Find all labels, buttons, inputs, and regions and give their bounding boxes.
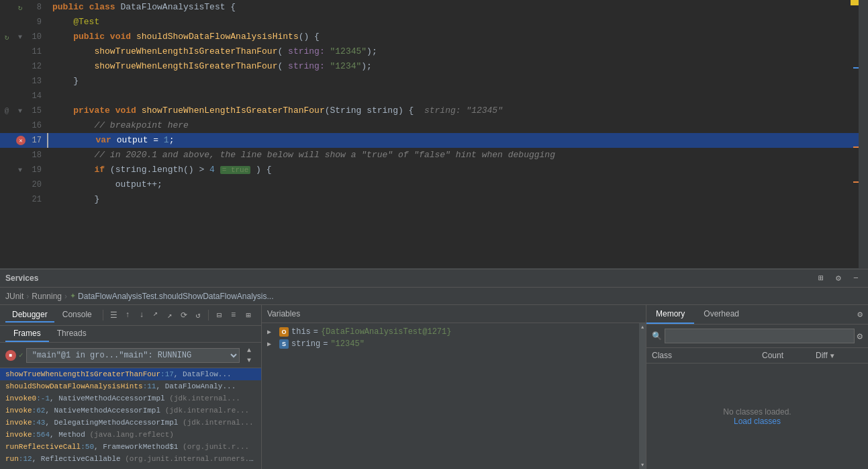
stack-frame-2[interactable]: invoke0:-1, NativeMethodAccessorImpl (jd… — [0, 392, 261, 404]
services-icons: ⊞ ⚙ − — [814, 271, 863, 285]
scroll-down-arrow[interactable]: ▼ — [639, 462, 646, 469]
variables-panel: Variables ▶ O this = {DataFlowAnalysisTe… — [262, 305, 646, 469]
stack-frame-1[interactable]: shouldShowDataFlowAnalysisHints:11, Data… — [0, 380, 261, 392]
expand-icon-10[interactable]: ▼ — [15, 32, 26, 42]
code-line-9: 9 @Test — [0, 15, 868, 30]
line-content-10: public void shouldShowDataFlowAnalysisHi… — [47, 30, 868, 44]
expand-arrow-string[interactable]: ▶ — [267, 340, 277, 348]
blue-indicator — [853, 67, 859, 69]
line-gutter-13: 13 — [0, 74, 47, 89]
breakpoint-icon-17[interactable]: ✕ — [16, 136, 26, 145]
expand-arrow-this[interactable]: ▶ — [267, 328, 277, 336]
line-content-8: public class DataFlowAnalysisTest { — [47, 0, 868, 15]
tab-overhead[interactable]: Overhead — [694, 305, 749, 324]
memory-search-input[interactable] — [665, 329, 855, 343]
breadcrumb-test[interactable]: DataFlowAnalysisTest.shouldShowDataFlowA… — [78, 292, 273, 301]
memory-table-header: Class Count Diff ▼ — [646, 348, 868, 364]
stack-frame-5[interactable]: invoke:564, Method (java.lang.reflect) — [0, 429, 261, 441]
step-into-icon[interactable]: ↓ — [136, 308, 148, 323]
scroll-up-arrow[interactable]: ▲ — [639, 323, 646, 330]
step-over-down-icon[interactable]: ↙ — [149, 308, 162, 323]
tab-console[interactable]: Console — [56, 308, 99, 323]
code-line-8: ↻ 8 public class DataFlowAnalysisTest { — [0, 0, 868, 15]
var-equals-this: = — [314, 327, 318, 337]
restore-icon[interactable]: ⟳ — [177, 308, 190, 323]
thread-arrows: ▲ ▼ — [242, 345, 256, 365]
restore2-icon[interactable]: ↺ — [191, 308, 204, 323]
code-line-10: ↻ ▼ 10 public void shouldShowDataFlowAna… — [0, 30, 868, 44]
line-number-21: 21 — [28, 195, 42, 204]
lines-icon[interactable]: ≡ — [227, 308, 240, 323]
var-item-this[interactable]: ▶ O this = {DataFlowAnalysisTest@1271} — [262, 326, 646, 338]
load-classes-link[interactable]: Load classes — [734, 417, 781, 426]
line-number-18: 18 — [28, 151, 42, 160]
code-line-17: ✕ 17 var output = 1; — [0, 133, 868, 148]
diff-dropdown-icon[interactable]: ▼ — [829, 352, 836, 359]
toolbar-sep-2 — [208, 310, 209, 321]
gear-icon-btn[interactable]: ⚙ — [832, 271, 845, 285]
var-name-this: this — [291, 327, 311, 337]
stack-frames[interactable]: showTrueWhenLengthIsGreaterThanFour:17, … — [0, 368, 261, 469]
line-gutter-18: 18 — [0, 148, 47, 163]
var-value-string: "12345" — [330, 339, 364, 349]
step-out-icon[interactable]: ↑ — [122, 308, 134, 323]
tab-frames[interactable]: Frames — [5, 326, 49, 342]
line-number-14: 14 — [28, 91, 42, 101]
line-gutter-16: 16 — [0, 118, 47, 133]
stop-icon[interactable]: ■ — [5, 350, 16, 361]
line-number-9: 9 — [28, 17, 42, 27]
line-number-13: 13 — [28, 77, 42, 86]
line-content-12: showTrueWhenLengthIsGreaterThanFour( str… — [47, 59, 868, 74]
stack-frame-4[interactable]: invoke:43, DelegatingMethodAccessorImpl … — [0, 417, 261, 429]
expand-panel-icon[interactable]: ⊞ — [241, 308, 256, 323]
step-up-icon[interactable]: ↗ — [163, 308, 176, 323]
filter-settings-icon[interactable]: ⚙ — [857, 331, 863, 342]
minus-icon-btn[interactable]: − — [849, 271, 863, 285]
memory-settings-icon[interactable]: ⚙ — [852, 305, 868, 324]
col-count: Count — [762, 351, 816, 360]
line-content-16: // breakpoint here — [47, 118, 868, 133]
grid-icon-btn[interactable]: ⊞ — [814, 271, 828, 285]
expand-icon-15[interactable]: ▼ — [15, 105, 26, 116]
thread-up-arrow[interactable]: ▲ — [242, 345, 256, 355]
arrow-green-icon-8: ↻ — [15, 2, 26, 13]
variables-scrollbar[interactable]: ▲ ▼ — [639, 323, 646, 469]
code-line-21: 21 } — [0, 192, 868, 207]
var-type-icon-this: O — [279, 327, 289, 337]
breadcrumb-bar: JUnit › Running › ✦ DataFlowAnalysisTest… — [0, 288, 868, 305]
line-content-9: @Test — [47, 15, 868, 30]
line-gutter-15: @ ▼ 15 — [0, 103, 47, 118]
search-icon: 🔍 — [652, 331, 662, 341]
stack-frame-0[interactable]: showTrueWhenLengthIsGreaterThanFour:17, … — [0, 368, 261, 380]
breadcrumb-running[interactable]: Running — [32, 292, 62, 301]
tab-threads[interactable]: Threads — [49, 326, 95, 342]
line-content-14 — [47, 89, 868, 103]
debugger-toolbar: Debugger Console ☰ ↑ ↓ ↙ ↗ ⟳ ↺ ⊟ ≡ ⊞ — [0, 305, 261, 326]
line-content-11: showTrueWhenLengthIsGreaterThanFour( str… — [47, 44, 868, 59]
line-number-16: 16 — [28, 121, 42, 130]
orange-indicator-2 — [853, 181, 859, 183]
var-item-string[interactable]: ▶ S string = "12345" — [262, 338, 646, 350]
tab-memory[interactable]: Memory — [646, 305, 694, 324]
thread-down-arrow[interactable]: ▼ — [242, 355, 256, 365]
col-class: Class — [652, 351, 762, 360]
toolbar-end: ⊞ — [241, 308, 256, 323]
stack-frame-7[interactable]: run:12, ReflectiveCallable (org.junit.in… — [0, 453, 261, 465]
breadcrumb-sep-1: › — [26, 292, 29, 301]
thread-dropdown[interactable]: "main"@1 in gro..."main": RUNNING — [26, 348, 240, 363]
breadcrumb-junit[interactable]: JUnit — [5, 292, 23, 301]
code-line-19: ▼ 19 if (string.length() > 4 = true ) { — [0, 163, 868, 177]
stack-frame-6[interactable]: runReflectiveCall:50, FrameworkMethod$1 … — [0, 441, 261, 453]
line-number-15: 15 — [28, 106, 42, 116]
frames-threads-tabs: Frames Threads — [0, 326, 261, 343]
grid2-icon[interactable]: ⊟ — [213, 308, 226, 323]
stack-frame-3[interactable]: invoke:62, NativeMethodAccessorImpl (jdk… — [0, 404, 261, 417]
memory-panel: Memory Overhead ⚙ 🔍 ⚙ Class Count Diff ▼ — [646, 305, 868, 469]
toolbar-sep-1 — [103, 310, 103, 321]
line-number-8: 8 — [28, 3, 42, 12]
tab-debugger[interactable]: Debugger — [5, 308, 54, 323]
line-gutter-9: 9 — [0, 15, 47, 30]
expand-icon-19[interactable]: ▼ — [15, 165, 26, 175]
list-icon[interactable]: ☰ — [107, 308, 120, 323]
editor-scrollbar[interactable] — [859, 0, 868, 268]
